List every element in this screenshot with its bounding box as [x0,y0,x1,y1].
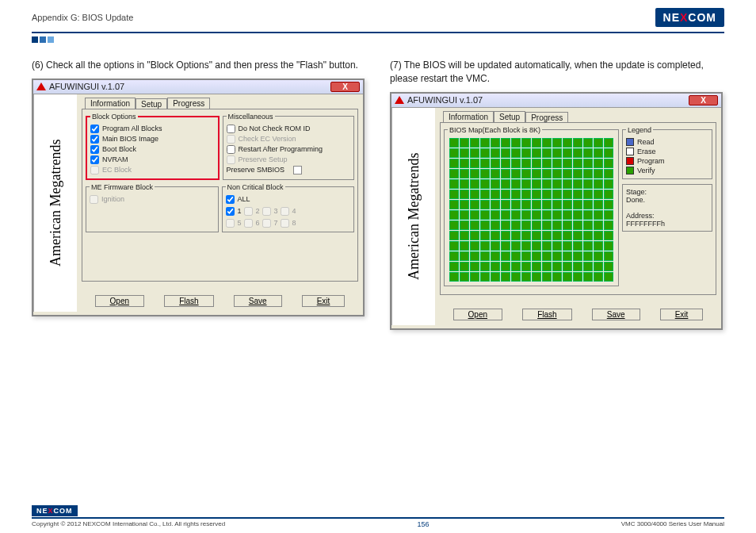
block-cell [460,220,469,230]
address-value: FFFFFFFFh [626,220,708,228]
block-cell [532,272,541,282]
tab-information[interactable]: Information [85,98,136,109]
app-icon-2 [395,96,404,104]
decorative-squares [32,35,756,44]
block-cell [480,262,490,271]
block-cell [449,169,459,178]
page-header: Appendix G: BIOS Update NEXCOM [0,0,756,30]
block-cell [552,148,562,158]
block-cell [542,241,552,251]
noncrit-fieldset: Non Critical Block ALL 1 2 3 4 5 [222,183,355,232]
block-cell [470,251,479,261]
chk-dnc[interactable]: Do Not Check ROM ID [227,125,351,133]
tab-progress[interactable]: Progress [167,98,210,109]
block-cell [460,241,469,251]
block-cell [563,179,572,189]
block-cell [480,210,490,220]
block-cell [511,231,521,240]
block-cell [460,148,469,158]
chk-nvram[interactable]: NVRAM [90,155,215,164]
exit-button[interactable]: Exit [302,295,346,307]
block-options-fieldset: Block Options Program All Blocks Main BI… [86,113,220,180]
chk-3: 3 [262,207,278,216]
block-cell [501,241,510,251]
block-cell [521,169,531,178]
block-cell [532,241,541,251]
open-button[interactable]: Open [95,295,144,307]
close-button[interactable]: X [330,82,360,92]
block-cell [532,138,541,148]
window-title-2: AFUWINGUI v.1.07 [407,95,483,105]
save-button[interactable]: Save [234,295,282,307]
tab-progress-2[interactable]: Progress [525,112,568,123]
smbios-input[interactable] [293,166,302,174]
block-cell [563,200,572,209]
chk-rap[interactable]: Restart After Programming [227,145,351,154]
page-number: 156 [417,520,429,528]
block-cell [521,210,531,220]
block-cell [542,148,552,158]
block-cell [573,262,582,271]
chk-main-bios[interactable]: Main BIOS Image [90,135,215,144]
block-cell [470,190,479,199]
flash-button-2[interactable]: Flash [522,309,571,320]
block-cell [480,159,490,168]
me-fieldset: ME Firmware Block Ignition [86,183,219,232]
block-cell [573,241,582,251]
block-cell [501,148,510,158]
block-cell [604,262,613,271]
block-cell [563,262,572,271]
chk-1[interactable]: 1 [226,207,242,216]
setup-panel: Block Options Program All Blocks Main BI… [82,109,358,282]
block-cell [460,262,469,271]
block-cell [573,272,582,282]
chk-program-all[interactable]: Program All Blocks [90,125,215,133]
block-cell [583,200,593,209]
tab-setup-2[interactable]: Setup [494,111,525,122]
block-cell [480,231,490,240]
block-cell [542,159,552,168]
block-cell [604,159,613,168]
block-cell [470,200,479,209]
chk-5: 5 [226,219,242,228]
block-cell [491,159,500,168]
block-cell [552,241,562,251]
block-cell [460,210,469,220]
copyright: Copyright © 2012 NEXCOM International Co… [32,520,225,528]
block-cell [563,231,572,240]
open-button-2[interactable]: Open [453,309,502,320]
chk-all[interactable]: ALL [226,195,351,204]
tab-setup[interactable]: Setup [136,98,167,109]
block-cell [594,241,603,251]
chk-boot-block[interactable]: Boot Block [90,145,215,154]
block-cell [511,220,521,230]
block-cell [511,241,521,251]
tabs-2: Information Setup Progress [443,111,716,122]
block-cell [480,190,490,199]
block-cell [542,138,552,148]
close-button-2[interactable]: X [689,95,718,105]
block-cell [594,159,603,168]
block-cell [573,220,582,230]
block-cell [470,241,479,251]
tab-information-2[interactable]: Information [443,111,494,122]
left-column: (6) Check all the options in "Block Opti… [32,59,366,330]
block-cell [491,241,500,251]
preserve-smbios-row[interactable]: Preserve SMBIOS [227,166,351,174]
exit-button-2[interactable]: Exit [660,309,704,320]
flash-button[interactable]: Flash [164,295,213,307]
block-cell [460,190,469,199]
block-cell [491,231,500,240]
block-cell [491,262,500,271]
block-cell [594,262,603,271]
block-cell [604,272,613,282]
block-cell [480,179,490,189]
block-cell [604,200,613,209]
block-cell [573,231,582,240]
block-cell [532,231,541,240]
legend-erase: Erase [626,148,708,155]
save-button-2[interactable]: Save [592,309,640,320]
block-cell [542,210,552,220]
block-cell [521,272,531,282]
block-cell [511,200,521,209]
